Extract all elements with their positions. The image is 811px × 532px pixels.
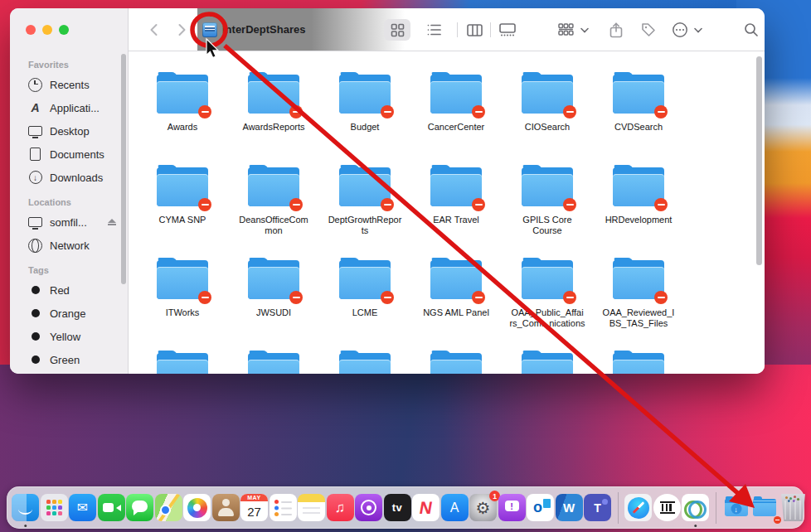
dock-globalprotect-icon[interactable] — [682, 494, 709, 521]
dock-finder-icon[interactable] — [12, 494, 39, 521]
forward-chevron-icon[interactable] — [171, 19, 192, 41]
folder-item[interactable]: CancerCenter — [410, 72, 502, 165]
folder-icon — [430, 351, 482, 374]
folder-item[interactable]: CYMA SNP — [137, 165, 228, 258]
sidebar-item-orange[interactable]: Orange — [10, 302, 121, 325]
dock-launchpad-icon[interactable] — [41, 494, 68, 521]
folder-item[interactable]: Awards — [137, 72, 228, 165]
sidebar-item-somfil[interactable]: somfil... — [10, 210, 121, 234]
sidebar-item-green[interactable]: Green — [10, 348, 121, 371]
dock-system-preferences-icon[interactable]: ⚙1 — [469, 494, 497, 521]
chevron-down-icon[interactable] — [693, 19, 703, 41]
folder-item[interactable]: LCME — [319, 258, 410, 351]
no-access-badge-icon — [198, 291, 211, 304]
column-view-icon[interactable] — [464, 19, 485, 41]
sidebar-section-header: Tags — [10, 257, 121, 278]
shared-folder-proxy-icon[interactable] — [202, 22, 217, 37]
dock-reminders-icon[interactable] — [270, 494, 297, 521]
folder-item[interactable]: DeansOfficeCommon — [228, 165, 319, 258]
dock-notes-icon[interactable] — [298, 494, 325, 521]
dock-umb-icon[interactable] — [653, 494, 681, 521]
folder-item[interactable]: DeptGrowthReports — [319, 165, 410, 258]
folder-item[interactable] — [228, 351, 319, 374]
dock-outlook-icon[interactable]: o — [527, 494, 554, 521]
folder-item[interactable]: AwardsReports — [228, 72, 319, 165]
back-chevron-icon[interactable] — [143, 19, 165, 41]
group-icon[interactable] — [555, 19, 576, 41]
minimize-button[interactable] — [42, 25, 52, 35]
folder-item[interactable]: NGS AML Panel — [410, 258, 502, 351]
dock-news-icon[interactable]: N — [412, 494, 439, 521]
dock-podcasts-icon[interactable] — [355, 494, 382, 521]
toolbar-divider — [490, 22, 491, 37]
content-scrollbar[interactable] — [756, 56, 762, 265]
sidebar-item-documents[interactable]: Documents — [10, 143, 121, 166]
sidebar-item-network[interactable]: Network — [10, 234, 121, 257]
folder-item[interactable] — [137, 351, 228, 374]
dock-music-icon[interactable]: ♫ — [327, 494, 354, 521]
folder-item[interactable]: EAR Travel — [410, 165, 502, 258]
folder-item[interactable]: CIOSearch — [502, 72, 593, 165]
list-view-icon[interactable] — [424, 19, 445, 41]
folder-grid: AwardsAwardsReportsBudgetCancerCenterCIO… — [137, 51, 684, 374]
dock-shares-folder-icon[interactable] — [751, 494, 779, 521]
search-icon[interactable] — [741, 19, 762, 41]
zoom-button[interactable] — [59, 25, 69, 35]
folder-item[interactable]: GPILS CoreCourse — [502, 165, 593, 258]
dock-contacts-icon[interactable] — [212, 494, 240, 521]
display-icon — [28, 215, 42, 230]
grid-view-icon[interactable] — [386, 19, 408, 41]
finder-toolbar: InterDeptShares — [129, 8, 765, 51]
dock-word-icon[interactable]: W — [556, 494, 583, 521]
share-icon[interactable] — [605, 19, 627, 41]
dock-teams-icon[interactable]: T — [584, 494, 611, 521]
folder-item[interactable]: JWSUDI — [228, 258, 319, 351]
close-button[interactable] — [26, 25, 36, 35]
folder-icon — [157, 351, 208, 374]
sidebar-item-red[interactable]: Red — [10, 278, 121, 302]
folder-item[interactable] — [410, 351, 502, 374]
sidebar-item-recents[interactable]: Recents — [10, 73, 121, 96]
folder-item[interactable]: HRDevelopment — [593, 165, 684, 258]
dock-downloads-folder-icon[interactable]: ↓ — [722, 494, 750, 521]
sidebar-item-downloads[interactable]: Downloads — [10, 166, 121, 189]
dock-mail-icon[interactable]: ✉ — [69, 494, 96, 521]
folder-item[interactable]: OAA_Public_Affairs_Com...nications — [502, 258, 593, 351]
folder-label: AwardsReports — [243, 122, 305, 133]
toolbar-divider — [457, 22, 458, 37]
folder-item[interactable]: Budget — [319, 72, 410, 165]
dock-appstore-icon[interactable]: A — [441, 494, 469, 521]
sidebar-item-applicati[interactable]: Applicati... — [10, 96, 121, 119]
folder-item[interactable]: ITWorks — [137, 258, 228, 351]
folder-label: NGS AML Panel — [423, 307, 489, 318]
sidebar-item-label: Desktop — [50, 125, 90, 138]
dock-facetime-icon[interactable] — [98, 494, 125, 521]
folder-item[interactable]: OAA_Reviewed_IBS_TAS_Files — [593, 258, 684, 351]
folder-label: Budget — [351, 122, 380, 133]
more-icon[interactable] — [669, 19, 691, 41]
dock-tv-icon[interactable]: tv — [384, 494, 411, 521]
tag-icon[interactable] — [638, 19, 659, 41]
eject-icon[interactable] — [108, 219, 116, 226]
no-access-badge-icon — [563, 291, 576, 304]
dock-messages-icon[interactable] — [126, 494, 153, 521]
dock-maps-icon[interactable] — [155, 494, 182, 521]
folder-label: GPILS CoreCourse — [522, 215, 571, 236]
sidebar-scrollbar[interactable] — [121, 54, 126, 284]
folder-item[interactable] — [319, 351, 410, 374]
folder-icon — [613, 258, 664, 301]
gallery-view-icon[interactable] — [497, 19, 518, 41]
no-access-badge-icon — [654, 105, 668, 118]
dock-photos-icon[interactable] — [183, 494, 211, 521]
dock-feedback-assistant-icon[interactable]: ! — [498, 494, 526, 521]
sidebar-item-yellow[interactable]: Yellow — [10, 325, 121, 348]
dock-trash-icon[interactable] — [779, 494, 807, 521]
folder-item[interactable]: CVDSearch — [593, 72, 684, 165]
folder-item[interactable] — [502, 351, 593, 374]
sidebar-item-desktop[interactable]: Desktop — [10, 119, 121, 143]
chevron-down-icon[interactable] — [580, 19, 590, 41]
finder-window: InterDeptShares — [10, 8, 765, 374]
dock-calendar-icon[interactable]: MAY27 — [240, 494, 268, 521]
dock-safari-icon[interactable] — [624, 494, 652, 521]
folder-item[interactable] — [593, 351, 684, 374]
